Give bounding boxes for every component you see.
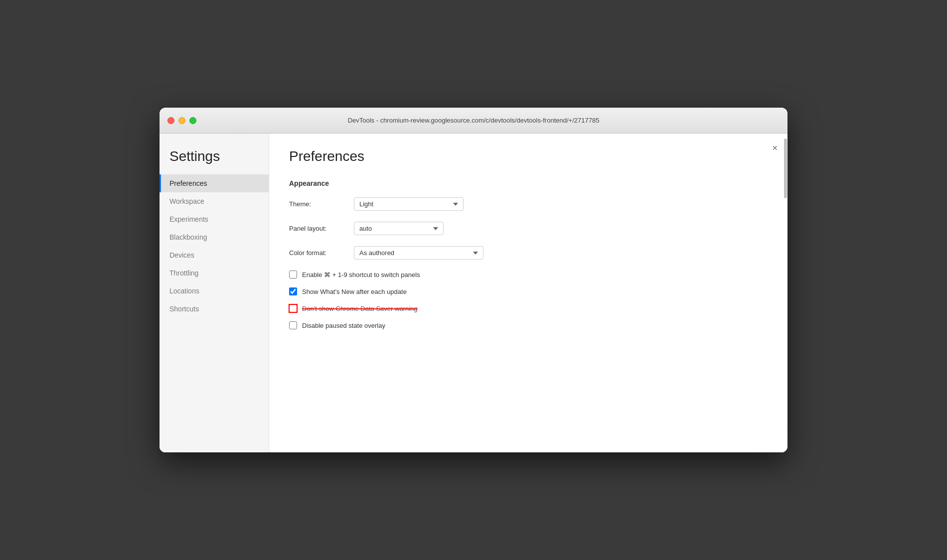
main-content: × Preferences Appearance Theme: System p… [269, 134, 788, 452]
paused-overlay-label: Disable paused state overlay [302, 322, 385, 329]
paused-overlay-row: Disable paused state overlay [289, 321, 768, 329]
data-saver-row: Don't show Chrome Data Saver warning [289, 304, 768, 312]
window-content: Settings Preferences Workspace Experimen… [159, 134, 788, 452]
appearance-section: Appearance Theme: System preference Ligh… [289, 179, 768, 329]
scrollbar-thumb [784, 139, 787, 198]
sidebar-item-locations[interactable]: Locations [159, 282, 269, 300]
panel-layout-label: Panel layout: [289, 225, 354, 232]
sidebar-item-preferences[interactable]: Preferences [159, 174, 269, 192]
color-format-select[interactable]: As authored HEX RGB HSL [354, 246, 483, 260]
sidebar-item-devices[interactable]: Devices [159, 246, 269, 264]
sidebar-item-workspace[interactable]: Workspace [159, 192, 269, 210]
panel-layout-select[interactable]: auto horizontal vertical [354, 222, 444, 235]
paused-overlay-checkbox[interactable] [289, 321, 297, 329]
panel-layout-row: Panel layout: auto horizontal vertical [289, 222, 768, 235]
close-button[interactable]: × [770, 141, 780, 154]
window-title: DevTools - chromium-review.googlesource.… [348, 117, 600, 124]
whats-new-checkbox[interactable] [289, 287, 297, 295]
cmd-shortcut-label: Enable ⌘ + 1-9 shortcut to switch panels [302, 271, 420, 279]
theme-select[interactable]: System preference Light Dark [354, 197, 464, 211]
data-saver-checkbox[interactable] [289, 304, 297, 312]
traffic-lights [167, 117, 196, 124]
settings-heading: Settings [159, 143, 269, 174]
page-title: Preferences [289, 148, 768, 164]
sidebar: Settings Preferences Workspace Experimen… [159, 134, 269, 452]
color-format-row: Color format: As authored HEX RGB HSL [289, 246, 768, 260]
data-saver-label: Don't show Chrome Data Saver warning [302, 305, 418, 312]
color-format-label: Color format: [289, 249, 354, 257]
devtools-window: DevTools - chromium-review.googlesource.… [159, 108, 788, 452]
scrollbar[interactable] [784, 134, 788, 452]
titlebar: DevTools - chromium-review.googlesource.… [159, 108, 788, 134]
whats-new-row: Show What's New after each update [289, 287, 768, 295]
close-traffic-light[interactable] [167, 117, 174, 124]
sidebar-item-blackboxing[interactable]: Blackboxing [159, 228, 269, 246]
minimize-traffic-light[interactable] [178, 117, 185, 124]
whats-new-label: Show What's New after each update [302, 288, 407, 295]
maximize-traffic-light[interactable] [189, 117, 196, 124]
theme-row: Theme: System preference Light Dark [289, 197, 768, 211]
cmd-shortcut-checkbox[interactable] [289, 271, 297, 279]
sidebar-item-shortcuts[interactable]: Shortcuts [159, 300, 269, 318]
sidebar-nav: Preferences Workspace Experiments Blackb… [159, 174, 269, 318]
cmd-shortcut-row: Enable ⌘ + 1-9 shortcut to switch panels [289, 271, 768, 279]
theme-label: Theme: [289, 200, 354, 208]
sidebar-item-throttling[interactable]: Throttling [159, 264, 269, 282]
sidebar-item-experiments[interactable]: Experiments [159, 210, 269, 228]
appearance-heading: Appearance [289, 179, 768, 187]
